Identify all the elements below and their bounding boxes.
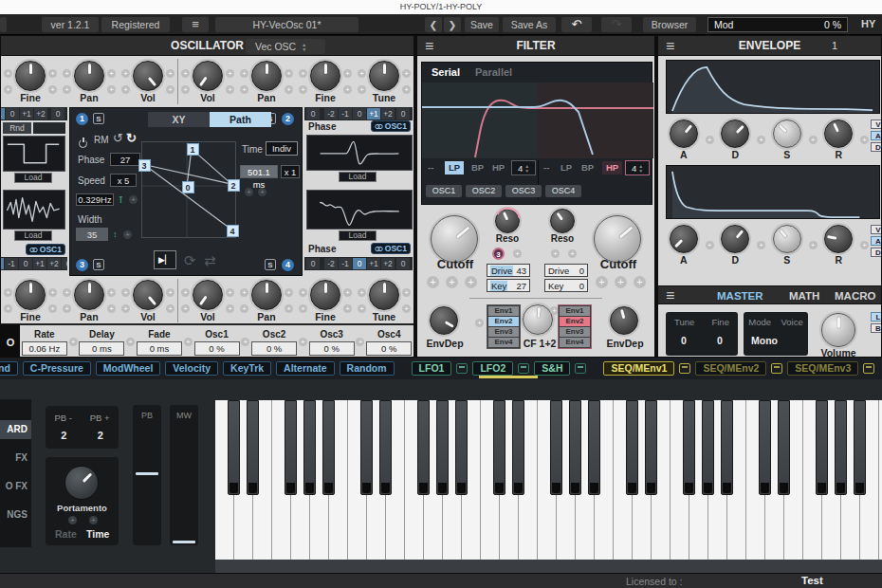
sidebar-item-o-fx[interactable]: O FX [0, 477, 31, 496]
plus-icon[interactable]: + [475, 319, 484, 327]
plus-icon[interactable]: + [358, 304, 366, 313]
plus-icon[interactable]: + [258, 188, 266, 196]
sync-icon[interactable]: ⊺ [119, 195, 123, 205]
knob[interactable] [64, 466, 99, 500]
voice-mode-value[interactable]: Mono [751, 335, 778, 346]
black-key[interactable] [854, 400, 866, 495]
knob[interactable] [773, 225, 801, 253]
plus-icon[interactable]: + [181, 304, 190, 313]
scope-icon[interactable] [575, 363, 586, 374]
mw-slider-handle[interactable] [173, 541, 195, 543]
black-key[interactable] [835, 400, 847, 495]
black-key[interactable] [493, 400, 505, 495]
octave-tail-cell[interactable]: 0 [62, 258, 67, 269]
filter-osc1-button[interactable]: OSC1 [426, 185, 462, 197]
phase-slot[interactable] [33, 122, 65, 134]
black-key[interactable] [436, 400, 449, 495]
side-chip[interactable]: B [871, 323, 882, 333]
mod-button-seq-menv3[interactable]: SEQ/MEnv3 [787, 361, 858, 376]
sidebar-item-ngs[interactable]: NGS [0, 505, 31, 524]
filter2-lp[interactable]: LP [560, 161, 572, 175]
tab-math[interactable]: MATH [789, 286, 819, 305]
plus-icon[interactable]: + [63, 304, 71, 313]
plus-icon[interactable]: + [299, 85, 307, 94]
knob[interactable] [824, 225, 853, 253]
path-node[interactable]: 1 [187, 143, 199, 156]
side-chip[interactable]: D [871, 248, 882, 257]
mod-count-badge[interactable]: 3 [492, 248, 505, 260]
drive1-field[interactable]: Drive43 [487, 264, 530, 277]
filter-osc2-button[interactable]: OSC2 [466, 185, 502, 197]
knob[interactable] [670, 225, 698, 253]
random-phase-button[interactable]: Rnd [3, 122, 31, 134]
octave-cell[interactable]: 0 [6, 108, 19, 119]
octave-cell[interactable]: -2 [324, 258, 338, 269]
knob[interactable] [369, 280, 399, 310]
key2-field[interactable]: Key0 [544, 279, 588, 292]
black-key[interactable] [455, 400, 468, 495]
env-select-item[interactable]: Env2 [560, 317, 590, 326]
power-icon[interactable] [79, 135, 87, 152]
piano-keyboard[interactable] [215, 400, 882, 560]
octave-cell[interactable]: +1 [33, 258, 46, 269]
mod-button-seq-menv1[interactable]: SEQ/MEnv1 [603, 361, 674, 376]
knob[interactable] [495, 209, 520, 233]
plus-icon[interactable]: + [358, 69, 366, 78]
rm-label[interactable]: RM [94, 135, 109, 145]
black-key[interactable] [322, 400, 335, 495]
plus-icon[interactable]: + [226, 69, 234, 78]
osc2-phase-link-button[interactable]: OSC1 [26, 244, 65, 255]
pitchbend-range-panel[interactable]: PB - PB + 2 2 [46, 406, 119, 449]
plus-icon[interactable]: + [299, 69, 307, 78]
width-field[interactable]: 35 [76, 228, 108, 241]
filter1-slope[interactable]: 4▲▼ [511, 160, 536, 175]
osc2-load-button[interactable]: Load [14, 230, 52, 241]
knob[interactable] [310, 61, 340, 91]
menu-icon[interactable]: ≡ [182, 17, 209, 32]
pb-minus-value[interactable]: 2 [61, 430, 66, 441]
plus-icon[interactable]: + [121, 304, 130, 313]
pingpong-icon[interactable]: ⇄ [204, 252, 216, 269]
tab-macro[interactable]: MACRO [835, 286, 875, 305]
lfo-field-value[interactable]: 0 % [194, 341, 240, 356]
plus-icon[interactable]: + [446, 276, 458, 288]
mod-button-seq-menv2[interactable]: SEQ/MEnv2 [695, 361, 766, 376]
porta-rate-toggle[interactable]: Rate [55, 528, 77, 540]
tune-value[interactable]: 0 [681, 335, 687, 346]
plus-icon[interactable]: + [226, 85, 234, 94]
knob[interactable] [821, 313, 855, 347]
plus-icon[interactable]: + [402, 69, 411, 78]
filter2-slope[interactable]: 4▲▼ [625, 160, 650, 175]
mod-button-nd[interactable]: nd [0, 361, 18, 376]
env-select-item[interactable]: Env4 [560, 338, 590, 347]
plus-icon[interactable]: + [358, 288, 366, 297]
fine-value[interactable]: 0 [717, 335, 723, 346]
osc4-wave-display[interactable] [306, 190, 413, 230]
env-select-item[interactable]: Env2 [488, 317, 519, 326]
plus-icon[interactable]: + [343, 288, 352, 297]
side-chip[interactable]: A [871, 236, 882, 246]
octave-cell[interactable]: +1 [367, 108, 380, 119]
plus-icon[interactable]: + [299, 288, 307, 297]
filter-curve-display[interactable] [422, 83, 653, 158]
voice-mode-panel[interactable]: ModeVoice Mono [744, 312, 808, 356]
osc4-load-button[interactable]: Load [339, 230, 377, 241]
plus-icon[interactable]: + [107, 304, 116, 313]
env-select-item[interactable]: Env1 [560, 306, 590, 316]
black-key[interactable] [303, 400, 316, 495]
plus-icon[interactable]: + [358, 85, 366, 94]
black-key[interactable] [759, 400, 771, 495]
knob[interactable] [193, 280, 223, 310]
plus-icon[interactable]: + [568, 249, 577, 258]
plus-icon[interactable]: + [48, 69, 57, 78]
plus-icon[interactable]: + [402, 85, 411, 94]
plus-icon[interactable]: + [129, 195, 138, 204]
osc1-load-button[interactable]: Load [14, 173, 52, 183]
save-button[interactable]: Save [465, 17, 499, 32]
black-key[interactable] [379, 400, 392, 495]
plus-icon[interactable]: + [126, 338, 135, 346]
plus-icon[interactable]: + [89, 516, 98, 524]
plus-icon[interactable]: + [123, 230, 132, 239]
black-key[interactable] [721, 400, 733, 495]
black-key[interactable] [588, 400, 600, 495]
